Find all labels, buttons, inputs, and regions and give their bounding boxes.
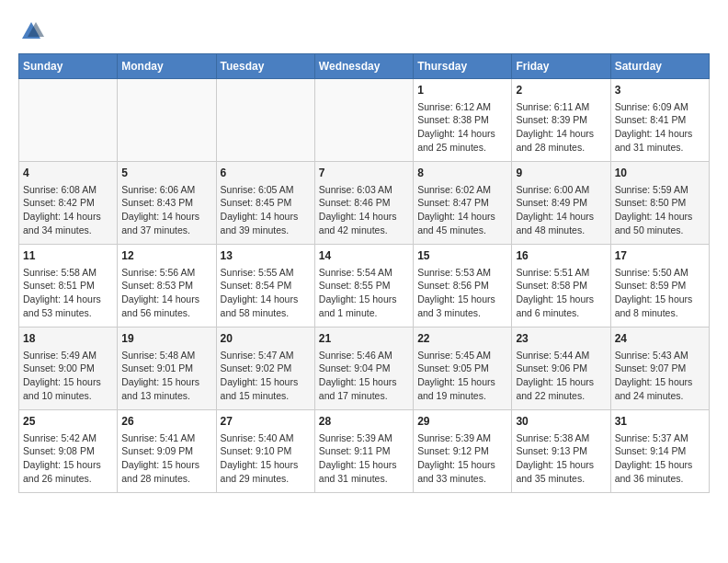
day-info: Sunset: 8:49 PM bbox=[516, 196, 606, 210]
day-number: 7 bbox=[319, 166, 409, 181]
day-number: 20 bbox=[221, 331, 311, 347]
day-info: Sunset: 9:00 PM bbox=[23, 362, 113, 375]
day-info: Daylight: 15 hours and 22 minutes. bbox=[516, 375, 606, 402]
day-info: Daylight: 15 hours and 24 minutes. bbox=[615, 375, 705, 402]
day-info: Daylight: 14 hours and 45 minutes. bbox=[417, 210, 507, 236]
day-number: 1 bbox=[417, 83, 507, 98]
day-number: 19 bbox=[121, 331, 211, 347]
day-info: Daylight: 14 hours and 48 minutes. bbox=[516, 210, 606, 236]
day-number: 28 bbox=[319, 414, 409, 430]
calendar-cell: 26Sunrise: 5:41 AMSunset: 9:09 PMDayligh… bbox=[118, 410, 216, 493]
day-info: Daylight: 14 hours and 28 minutes. bbox=[516, 127, 606, 154]
day-header-tuesday: Tuesday bbox=[216, 54, 314, 79]
day-info: Sunrise: 5:51 AM bbox=[516, 266, 606, 280]
calendar-week-4: 18Sunrise: 5:49 AMSunset: 9:00 PMDayligh… bbox=[19, 327, 710, 410]
calendar-cell: 1Sunrise: 6:12 AMSunset: 8:38 PMDaylight… bbox=[414, 79, 512, 162]
calendar-week-5: 25Sunrise: 5:42 AMSunset: 9:08 PMDayligh… bbox=[19, 410, 710, 493]
day-info: Daylight: 15 hours and 1 minute. bbox=[319, 293, 409, 319]
calendar-cell: 12Sunrise: 5:56 AMSunset: 8:53 PMDayligh… bbox=[118, 245, 216, 327]
calendar-cell: 25Sunrise: 5:42 AMSunset: 9:08 PMDayligh… bbox=[19, 410, 118, 493]
day-info: Sunrise: 5:56 AM bbox=[121, 266, 211, 280]
calendar-cell: 2Sunrise: 6:11 AMSunset: 8:39 PMDaylight… bbox=[512, 79, 610, 162]
calendar-cell: 5Sunrise: 6:06 AMSunset: 8:43 PMDaylight… bbox=[118, 162, 216, 245]
calendar-cell: 27Sunrise: 5:40 AMSunset: 9:10 PMDayligh… bbox=[216, 410, 314, 493]
day-number: 10 bbox=[615, 166, 705, 181]
day-info: Daylight: 15 hours and 19 minutes. bbox=[417, 375, 507, 402]
page-header bbox=[18, 18, 710, 44]
calendar-cell: 11Sunrise: 5:58 AMSunset: 8:51 PMDayligh… bbox=[19, 245, 118, 327]
day-info: Daylight: 15 hours and 28 minutes. bbox=[121, 458, 211, 485]
day-number: 31 bbox=[615, 414, 705, 430]
day-info: Sunrise: 5:41 AM bbox=[121, 431, 211, 445]
calendar-cell: 9Sunrise: 6:00 AMSunset: 8:49 PMDaylight… bbox=[512, 162, 610, 245]
calendar-week-1: 1Sunrise: 6:12 AMSunset: 8:38 PMDaylight… bbox=[19, 79, 710, 162]
day-info: Sunrise: 5:47 AM bbox=[221, 349, 311, 362]
day-info: Sunset: 8:58 PM bbox=[516, 279, 606, 293]
calendar-week-2: 4Sunrise: 6:08 AMSunset: 8:42 PMDaylight… bbox=[19, 162, 710, 245]
day-info: Sunset: 9:02 PM bbox=[221, 362, 311, 375]
day-info: Daylight: 14 hours and 50 minutes. bbox=[615, 210, 705, 236]
day-info: Sunset: 8:41 PM bbox=[615, 113, 705, 127]
day-number: 14 bbox=[319, 248, 409, 264]
day-info: Sunset: 8:59 PM bbox=[615, 279, 705, 293]
day-info: Sunset: 8:42 PM bbox=[23, 196, 113, 210]
day-header-friday: Friday bbox=[512, 54, 610, 79]
calendar-cell: 28Sunrise: 5:39 AMSunset: 9:11 PMDayligh… bbox=[314, 410, 413, 493]
day-number: 27 bbox=[221, 414, 311, 430]
day-info: Sunrise: 5:54 AM bbox=[319, 266, 409, 280]
day-info: Sunset: 8:56 PM bbox=[417, 279, 507, 293]
day-number: 17 bbox=[615, 248, 705, 264]
day-info: Sunset: 9:12 PM bbox=[417, 444, 507, 458]
day-info: Sunrise: 5:42 AM bbox=[23, 431, 113, 445]
day-number: 16 bbox=[516, 248, 606, 264]
day-info: Sunrise: 5:44 AM bbox=[516, 349, 606, 362]
day-number: 23 bbox=[516, 331, 606, 347]
day-info: Sunrise: 6:12 AM bbox=[417, 100, 507, 114]
day-info: Daylight: 15 hours and 33 minutes. bbox=[417, 458, 507, 485]
day-info: Daylight: 14 hours and 56 minutes. bbox=[121, 293, 211, 319]
day-info: Daylight: 15 hours and 10 minutes. bbox=[23, 375, 113, 402]
day-info: Sunrise: 5:45 AM bbox=[417, 349, 507, 362]
calendar-cell: 8Sunrise: 6:02 AMSunset: 8:47 PMDaylight… bbox=[414, 162, 512, 245]
day-info: Sunrise: 5:39 AM bbox=[417, 431, 507, 445]
day-info: Daylight: 15 hours and 13 minutes. bbox=[121, 375, 211, 402]
day-info: Daylight: 14 hours and 58 minutes. bbox=[221, 293, 311, 319]
day-info: Sunrise: 6:06 AM bbox=[121, 183, 211, 197]
day-info: Sunrise: 5:46 AM bbox=[319, 349, 409, 362]
day-info: Daylight: 14 hours and 31 minutes. bbox=[615, 127, 705, 154]
day-info: Sunset: 8:50 PM bbox=[615, 196, 705, 210]
day-info: Sunrise: 5:38 AM bbox=[516, 431, 606, 445]
day-info: Sunrise: 6:08 AM bbox=[23, 183, 113, 197]
day-number: 5 bbox=[121, 166, 211, 181]
day-info: Sunrise: 5:55 AM bbox=[221, 266, 311, 280]
day-number: 24 bbox=[615, 331, 705, 347]
day-info: Daylight: 15 hours and 29 minutes. bbox=[221, 458, 311, 485]
logo bbox=[18, 18, 48, 44]
calendar-cell: 13Sunrise: 5:55 AMSunset: 8:54 PMDayligh… bbox=[216, 245, 314, 327]
day-info: Sunrise: 6:00 AM bbox=[516, 183, 606, 197]
day-info: Sunset: 9:08 PM bbox=[23, 444, 113, 458]
day-number: 3 bbox=[615, 83, 705, 98]
day-info: Sunrise: 5:58 AM bbox=[23, 266, 113, 280]
day-info: Sunset: 8:45 PM bbox=[221, 196, 311, 210]
day-info: Sunrise: 5:50 AM bbox=[615, 266, 705, 280]
day-info: Sunrise: 6:11 AM bbox=[516, 100, 606, 114]
calendar-cell: 17Sunrise: 5:50 AMSunset: 8:59 PMDayligh… bbox=[610, 245, 709, 327]
day-info: Sunrise: 5:37 AM bbox=[615, 431, 705, 445]
day-info: Daylight: 15 hours and 6 minutes. bbox=[516, 293, 606, 319]
day-number: 18 bbox=[23, 331, 113, 347]
day-info: Daylight: 14 hours and 25 minutes. bbox=[417, 127, 507, 154]
calendar-cell: 7Sunrise: 6:03 AMSunset: 8:46 PMDaylight… bbox=[314, 162, 413, 245]
day-info: Sunset: 9:01 PM bbox=[121, 362, 211, 375]
day-info: Sunset: 9:13 PM bbox=[516, 444, 606, 458]
day-info: Sunset: 8:47 PM bbox=[417, 196, 507, 210]
day-info: Sunrise: 6:05 AM bbox=[221, 183, 311, 197]
day-info: Sunset: 8:54 PM bbox=[221, 279, 311, 293]
calendar-cell: 23Sunrise: 5:44 AMSunset: 9:06 PMDayligh… bbox=[512, 327, 610, 410]
day-info: Daylight: 15 hours and 26 minutes. bbox=[23, 458, 113, 485]
calendar-cell: 15Sunrise: 5:53 AMSunset: 8:56 PMDayligh… bbox=[414, 245, 512, 327]
day-info: Sunrise: 5:49 AM bbox=[23, 349, 113, 362]
day-info: Sunset: 9:07 PM bbox=[615, 362, 705, 375]
calendar-cell: 22Sunrise: 5:45 AMSunset: 9:05 PMDayligh… bbox=[414, 327, 512, 410]
day-number: 6 bbox=[221, 166, 311, 181]
